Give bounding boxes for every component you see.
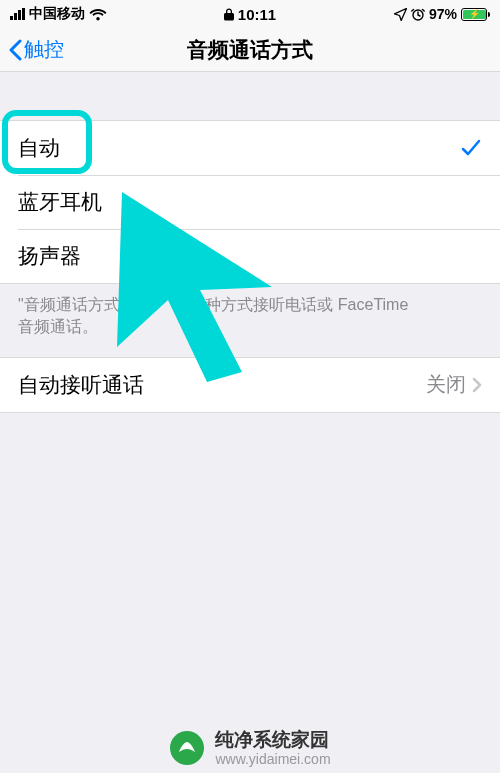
signal-icon	[10, 8, 25, 20]
checkmark-icon	[460, 137, 482, 159]
auto-answer-value: 关闭	[426, 371, 466, 398]
audio-route-group: 自动 蓝牙耳机 扬声器	[0, 120, 500, 284]
status-right: 97% ⚡	[394, 6, 490, 22]
wifi-icon	[89, 8, 107, 21]
section-spacer	[0, 72, 500, 120]
route-option-speaker[interactable]: 扬声器	[0, 229, 500, 283]
status-bar: 中国移动 10:11 97% ⚡	[0, 0, 500, 28]
auto-answer-group: 自动接听通话 关闭	[0, 357, 500, 413]
watermark-text: 纯净系统家园 www.yidaimei.com	[215, 729, 330, 767]
footer-text-part: "音频通话方式"可	[18, 296, 141, 313]
watermark: 纯净系统家园 www.yidaimei.com	[0, 729, 500, 767]
group-footer-text: "音频通话方式"可以使用哪种方式接听电话或 FaceTime 音频通话。	[0, 284, 500, 357]
watermark-logo-icon	[169, 730, 205, 766]
page-title: 音频通话方式	[0, 36, 500, 64]
footer-text-part: 音频通话。	[18, 318, 98, 335]
watermark-title: 纯净系统家园	[215, 729, 330, 751]
auto-answer-detail: 关闭	[426, 371, 482, 398]
route-option-label: 扬声器	[18, 242, 81, 270]
status-left: 中国移动	[10, 5, 107, 23]
navigation-bar: 触控 音频通话方式	[0, 28, 500, 72]
route-option-auto[interactable]: 自动	[0, 121, 500, 175]
route-option-label: 蓝牙耳机	[18, 188, 102, 216]
location-icon	[394, 8, 407, 21]
route-option-label: 自动	[18, 134, 60, 162]
alarm-icon	[411, 7, 425, 21]
chevron-right-icon	[472, 377, 482, 393]
auto-answer-label: 自动接听通话	[18, 371, 144, 399]
lock-icon	[224, 8, 234, 21]
battery-icon: ⚡	[461, 8, 490, 21]
clock-label: 10:11	[238, 6, 276, 23]
auto-answer-row[interactable]: 自动接听通话 关闭	[0, 358, 500, 412]
footer-text-part: 哪种方式接听电话或 FaceTime	[189, 296, 408, 313]
watermark-url: www.yidaimei.com	[215, 751, 330, 767]
route-option-bluetooth[interactable]: 蓝牙耳机	[0, 175, 500, 229]
carrier-label: 中国移动	[29, 5, 85, 23]
battery-percent-label: 97%	[429, 6, 457, 22]
